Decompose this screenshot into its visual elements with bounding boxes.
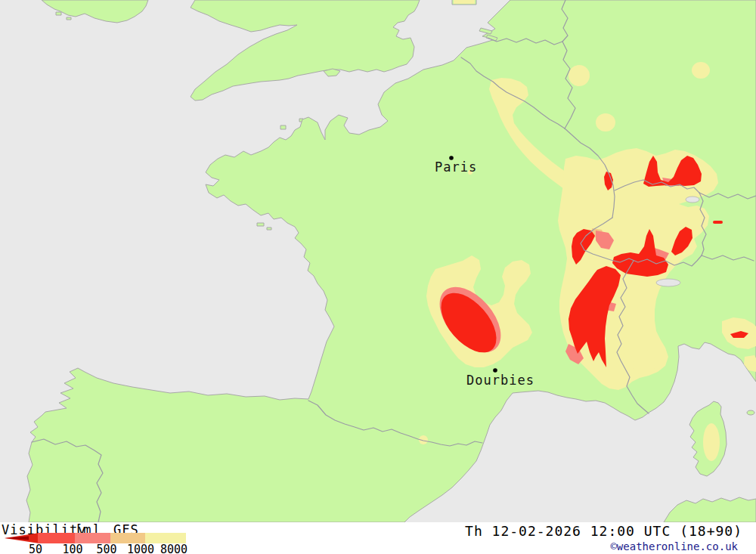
legend-tick: 8000 <box>160 543 187 554</box>
colorbar-seg-100-500 <box>75 533 110 543</box>
legend-tick: 100 <box>62 543 82 554</box>
city-label-paris: Paris <box>435 159 477 175</box>
forecast-timestamp: Th 12-02-2026 12:00 UTC (18+90) <box>465 523 742 539</box>
weather-map: Paris Dourbies <box>0 0 756 522</box>
copyright-link[interactable]: ©weatheronline.co.uk <box>610 540 738 552</box>
city-label-dourbies: Dourbies <box>466 373 534 388</box>
colorbar-seg-50-100 <box>38 533 75 543</box>
legend-bar: Visibility [m] GFS 50 100 500 1000 8000 … <box>0 522 756 554</box>
colorbar-seg-1000-8000 <box>145 533 186 543</box>
islet <box>56 12 61 15</box>
legend-tick: 1000 <box>127 543 154 554</box>
islet <box>267 227 271 230</box>
islet <box>747 410 754 415</box>
lake-constance <box>686 197 699 203</box>
channel-island <box>280 125 286 129</box>
city-dot-dourbies <box>493 368 497 373</box>
weather-map-page: Paris Dourbies Visibility [m] GFS 50 100… <box>0 0 756 554</box>
lake-geneva <box>656 279 680 286</box>
legend-tick: 500 <box>96 543 116 554</box>
legend-tick: 50 <box>29 543 42 554</box>
islet <box>257 223 264 226</box>
islet <box>67 17 71 20</box>
colorbar-seg-500-1000 <box>110 533 145 543</box>
